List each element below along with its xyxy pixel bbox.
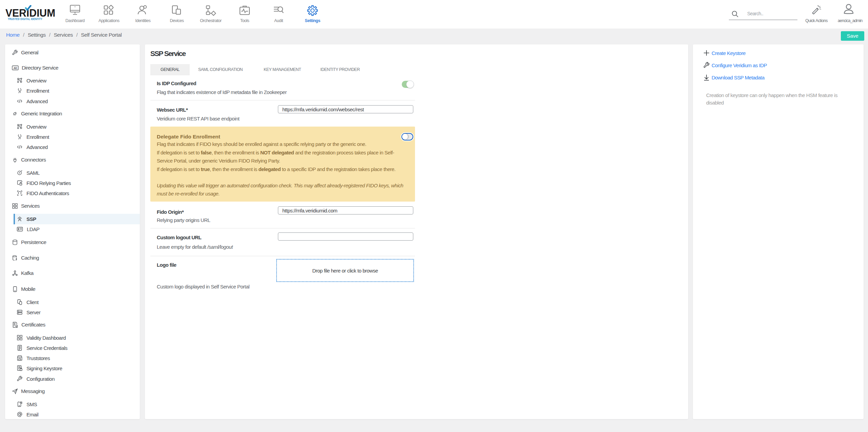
svg-text:AD: AD xyxy=(14,67,17,70)
